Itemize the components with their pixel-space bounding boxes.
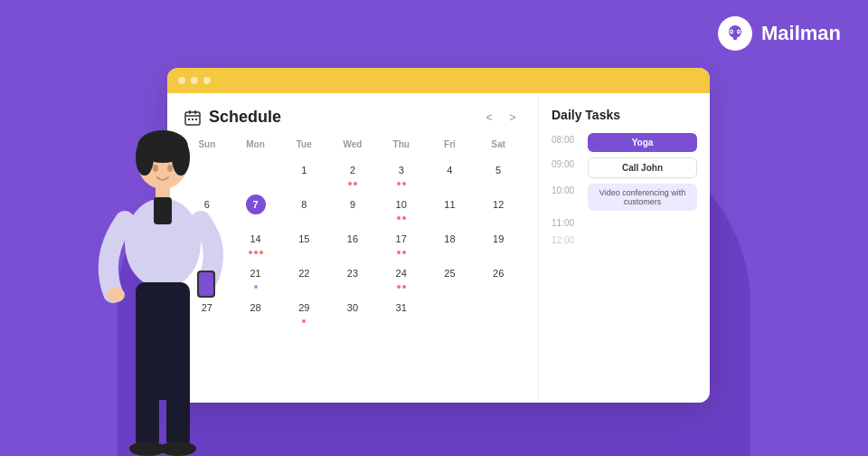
day-26[interactable]: 26 <box>475 260 522 292</box>
day-8[interactable]: 8 <box>280 191 327 223</box>
topbar-dot-2 <box>191 77 198 84</box>
tasks-title: Daily Tasks <box>552 108 697 122</box>
header: Mailman <box>718 16 841 51</box>
day-22[interactable]: 22 <box>280 260 327 292</box>
card-topbar <box>167 68 710 93</box>
time-label-0900: 09:00 <box>552 157 580 169</box>
svg-point-20 <box>160 442 196 456</box>
tasks-section: Daily Tasks 08:00 Yoga 09:00 Call John 1… <box>538 93 710 403</box>
day-header-thu: Thu <box>378 139 425 155</box>
day-empty <box>427 294 474 327</box>
task-call-john[interactable]: Call John <box>588 157 697 178</box>
day-23[interactable]: 23 <box>329 260 376 292</box>
svg-rect-10 <box>156 186 170 199</box>
day-9[interactable]: 9 <box>329 191 376 223</box>
day-4[interactable]: 4 <box>427 157 474 189</box>
time-label-0800: 08:00 <box>552 133 580 145</box>
prev-month-button[interactable]: < <box>480 109 498 127</box>
day-29[interactable]: 29 <box>280 294 327 327</box>
day-17[interactable]: 17 <box>378 225 425 258</box>
day-3[interactable]: 3 <box>378 157 425 189</box>
card-body: Schedule < > Sun Mon Tue Wed Thu Fri Sat <box>167 93 710 403</box>
svg-rect-18 <box>166 338 190 447</box>
day-16[interactable]: 16 <box>329 225 376 258</box>
svg-rect-5 <box>733 37 737 40</box>
day-19[interactable]: 19 <box>475 225 522 258</box>
svg-point-9 <box>172 139 190 176</box>
day-2[interactable]: 2 <box>329 157 376 189</box>
svg-point-4 <box>738 31 740 33</box>
day-28[interactable]: 28 <box>232 294 279 327</box>
day-31[interactable]: 31 <box>378 294 425 327</box>
svg-rect-17 <box>136 338 159 447</box>
calendar-nav[interactable]: < > <box>480 109 522 127</box>
day-header-mon: Mon <box>232 139 279 155</box>
day-11[interactable]: 11 <box>427 191 474 223</box>
svg-point-8 <box>136 139 154 176</box>
next-month-button[interactable]: > <box>504 109 522 127</box>
day-25[interactable]: 25 <box>427 260 474 292</box>
task-yoga[interactable]: Yoga <box>588 133 697 152</box>
logo-icon <box>718 16 752 51</box>
day-30[interactable]: 30 <box>329 294 376 327</box>
day-header-tue: Tue <box>280 139 327 155</box>
svg-point-21 <box>153 165 158 172</box>
day-header-wed: Wed <box>329 139 376 155</box>
main-card: Schedule < > Sun Mon Tue Wed Thu Fri Sat <box>167 68 710 403</box>
day-empty <box>232 157 279 189</box>
day-1[interactable]: 1 <box>280 157 327 189</box>
day-header-fri: Fri <box>427 139 474 155</box>
day-15[interactable]: 15 <box>280 225 327 258</box>
time-label-1200: 12:00 <box>552 233 580 245</box>
svg-rect-14 <box>199 272 213 296</box>
svg-point-15 <box>107 288 125 302</box>
day-empty <box>475 294 522 327</box>
day-7-today[interactable]: 7 <box>232 191 279 223</box>
day-12[interactable]: 12 <box>475 191 522 223</box>
time-label-1000: 10:00 <box>552 184 580 195</box>
day-header-sat: Sat <box>475 139 522 155</box>
day-10[interactable]: 10 <box>378 191 425 223</box>
svg-rect-12 <box>154 197 172 224</box>
time-slot-1200: 12:00 <box>552 233 697 245</box>
day-24[interactable]: 24 <box>378 260 425 292</box>
time-slot-1100: 11:00 <box>552 216 697 228</box>
time-slot-0900: 09:00 Call John <box>552 157 697 178</box>
topbar-dot-1 <box>178 77 185 84</box>
task-video-conferencing[interactable]: Video conferencing with customers <box>588 184 697 211</box>
svg-point-22 <box>167 165 173 172</box>
day-14[interactable]: 14 <box>232 225 279 258</box>
day-18[interactable]: 18 <box>427 225 474 258</box>
day-5[interactable]: 5 <box>475 157 522 189</box>
brand-name: Mailman <box>761 22 841 45</box>
day-21[interactable]: 21 <box>232 260 279 292</box>
time-slot-1000: 10:00 Video conferencing with customers <box>552 184 697 211</box>
svg-point-3 <box>731 31 732 33</box>
time-slot-0800: 08:00 Yoga <box>552 133 697 152</box>
time-label-1100: 11:00 <box>552 216 580 228</box>
person-illustration <box>90 112 235 456</box>
topbar-dot-3 <box>203 77 211 84</box>
